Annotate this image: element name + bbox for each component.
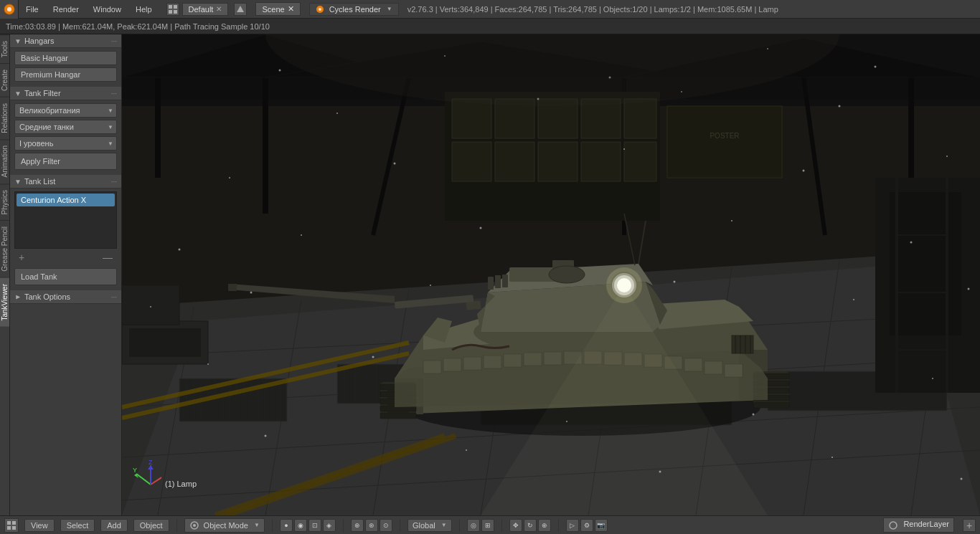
svg-point-182 xyxy=(372,356,374,358)
pan-icon[interactable]: ✥ xyxy=(509,519,522,532)
tier-filter[interactable]: I уровень II уровень III уровень IV уров… xyxy=(14,136,117,151)
svg-point-208 xyxy=(890,522,897,529)
layers-icon[interactable]: ⊞ xyxy=(481,519,494,532)
scene-close-icon[interactable]: ✕ xyxy=(288,4,294,14)
svg-rect-202 xyxy=(7,521,11,525)
hangars-arrow-icon: ▼ xyxy=(14,37,22,45)
svg-point-189 xyxy=(831,457,833,458)
hangars-title: Hangars xyxy=(24,37,55,45)
help-menu[interactable]: Help xyxy=(128,0,159,18)
svg-rect-139 xyxy=(524,353,542,366)
viewport-render-icon[interactable]: ◉ xyxy=(294,519,307,532)
scene-label[interactable]: Scene ✕ xyxy=(255,2,300,16)
type-filter[interactable]: Лёгкие танки Средние танки Тяжёлые танки… xyxy=(14,120,117,134)
settings-icon[interactable]: ⚙ xyxy=(580,519,593,532)
sidebar-item-grease-pencil[interactable]: Grease Pencil xyxy=(0,220,9,277)
viewport-shading-icon[interactable]: ● xyxy=(280,519,293,532)
tank-options-section-header[interactable]: ▼ Tank Options ··· xyxy=(10,290,121,304)
svg-rect-4 xyxy=(169,10,172,14)
hangars-section-header[interactable]: ▼ Hangars ··· xyxy=(10,34,121,48)
wireframe-icon[interactable]: ⊡ xyxy=(308,519,321,532)
basic-hangar-btn[interactable]: Basic Hangar xyxy=(14,51,117,65)
manipulator-icon[interactable]: ⊕ xyxy=(351,519,364,532)
svg-rect-136 xyxy=(463,357,481,370)
svg-point-167 xyxy=(623,148,625,150)
editor-type-icon[interactable] xyxy=(4,518,19,533)
axes-indicator: X Y Z xyxy=(133,459,161,488)
svg-point-175 xyxy=(150,306,151,307)
scene-icon[interactable] xyxy=(234,3,247,16)
workspace-close-icon[interactable]: ✕ xyxy=(216,5,222,13)
add-tank-btn[interactable]: + xyxy=(17,252,26,262)
menu-bar: File Render Window Help xyxy=(19,0,159,18)
material-icon[interactable]: ◈ xyxy=(323,519,336,532)
grid-icon[interactable] xyxy=(166,3,179,16)
render-engine-selector[interactable]: Cycles Render ▼ xyxy=(309,3,399,16)
pivot-icon[interactable]: ◎ xyxy=(467,519,480,532)
svg-point-161 xyxy=(336,113,338,114)
svg-point-171 xyxy=(301,234,302,236)
load-tank-btn[interactable]: Load Tank xyxy=(14,268,117,285)
render-layer-selector[interactable]: RenderLayer xyxy=(883,518,954,532)
sidebar-item-relations[interactable]: Relations xyxy=(0,97,9,139)
svg-point-181 xyxy=(207,363,209,365)
tank-filter-title: Tank Filter xyxy=(24,89,61,97)
object-mode-dropdown[interactable]: Object Mode ▼ xyxy=(184,518,265,533)
svg-rect-204 xyxy=(7,526,11,530)
render-menu[interactable]: Render xyxy=(46,0,86,18)
zoom-icon[interactable]: ⊕ xyxy=(538,519,551,532)
rotate-icon[interactable]: ↻ xyxy=(524,519,537,532)
snap-icon[interactable]: ⊛ xyxy=(365,519,378,532)
add-render-layer-btn[interactable]: + xyxy=(963,519,976,532)
tank-list-dots: ··· xyxy=(111,178,117,186)
svg-point-170 xyxy=(179,249,181,251)
svg-point-184 xyxy=(753,414,755,416)
tank-list-section-header[interactable]: ▼ Tank List ··· xyxy=(10,175,121,189)
svg-rect-88 xyxy=(890,192,961,335)
sidebar-item-tankviewer[interactable]: TankViewer xyxy=(0,277,9,327)
sidebar-item-create[interactable]: Create xyxy=(0,63,9,97)
render-status-text: Time:03:03.89 | Mem:621.04M, Peak:621.04… xyxy=(6,22,270,31)
tank-filter-arrow-icon: ▼ xyxy=(14,90,22,97)
sidebar-item-animation[interactable]: Animation xyxy=(0,139,9,183)
camera-icon[interactable]: 📷 xyxy=(595,519,608,532)
file-menu[interactable]: File xyxy=(19,0,46,18)
svg-rect-124 xyxy=(488,277,494,290)
svg-point-176 xyxy=(250,292,253,294)
game-icon[interactable]: ▷ xyxy=(566,519,579,532)
svg-rect-147 xyxy=(684,358,702,371)
separator-7 xyxy=(558,519,559,532)
workspace-label[interactable]: Default ✕ xyxy=(182,3,229,16)
premium-hangar-btn[interactable]: Premium Hangar xyxy=(14,67,117,82)
blender-logo[interactable] xyxy=(0,0,19,19)
svg-point-180 xyxy=(968,288,970,290)
svg-rect-3 xyxy=(174,5,177,9)
tank-list-item[interactable]: Centurion Action X xyxy=(17,194,115,206)
svg-rect-203 xyxy=(12,521,16,525)
select-btn[interactable]: Select xyxy=(60,519,95,532)
render-engine-arrow: ▼ xyxy=(387,6,392,12)
tank-filter-dots: ··· xyxy=(111,90,117,97)
tank-options-arrow-icon: ▼ xyxy=(14,293,22,300)
viewport[interactable]: POSTER xyxy=(122,34,980,515)
window-menu[interactable]: Window xyxy=(86,0,128,18)
sidebar-item-physics[interactable]: Physics xyxy=(0,183,9,220)
nation-filter[interactable]: СССР Германия США Великобритания Франция… xyxy=(14,103,117,118)
object-btn[interactable]: Object xyxy=(133,519,169,532)
apply-filter-btn[interactable]: Apply Filter xyxy=(14,153,117,170)
tank-list-footer: + — xyxy=(14,251,117,264)
blender-info: v2.76.3 | Verts:364,849 | Faces:264,785 … xyxy=(407,5,778,14)
svg-rect-5 xyxy=(174,10,177,14)
svg-rect-23 xyxy=(452,99,491,138)
remove-tank-btn[interactable]: — xyxy=(101,252,114,262)
separator-2 xyxy=(272,519,273,532)
view-btn[interactable]: View xyxy=(24,519,55,532)
add-btn[interactable]: Add xyxy=(100,519,128,532)
type-filter-wrapper: Лёгкие танки Средние танки Тяжёлые танки… xyxy=(14,120,117,134)
proportional-edit-icon[interactable]: ⊙ xyxy=(380,519,392,532)
global-dropdown[interactable]: Global ▼ xyxy=(407,519,452,532)
svg-rect-27 xyxy=(624,99,656,138)
load-tank-section: Load Tank xyxy=(10,267,121,290)
sidebar-item-tools[interactable]: Tools xyxy=(0,34,9,63)
tank-filter-section-header[interactable]: ▼ Tank Filter ··· xyxy=(10,87,121,100)
